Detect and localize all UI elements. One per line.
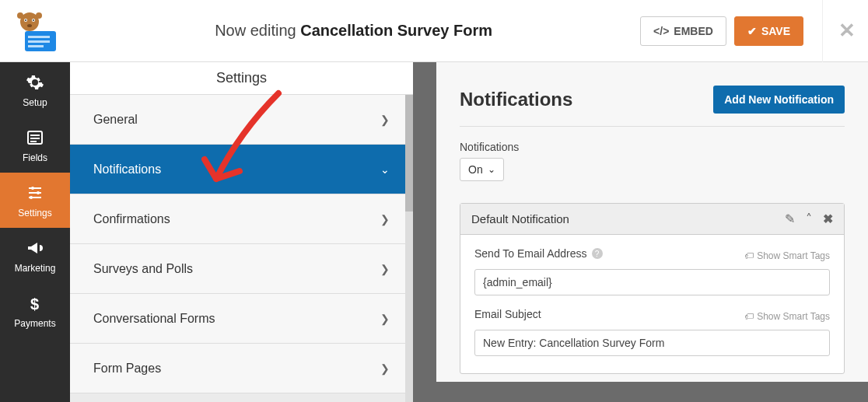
svg-point-19 bbox=[37, 191, 40, 194]
add-notification-button[interactable]: Add New Notification bbox=[713, 86, 845, 114]
svg-rect-7 bbox=[28, 36, 50, 38]
nav-settings[interactable]: Settings bbox=[0, 173, 70, 228]
notifications-toggle[interactable]: On ⌄ bbox=[460, 158, 504, 181]
scrollbar[interactable] bbox=[405, 95, 413, 402]
content-area: Notifications Add New Notification Notif… bbox=[413, 62, 868, 402]
svg-point-5 bbox=[27, 24, 32, 27]
tag-icon: 🏷 bbox=[744, 311, 754, 322]
close-icon[interactable]: ✕ bbox=[822, 0, 856, 62]
chevron-down-icon: ⌄ bbox=[380, 163, 390, 176]
check-icon: ✔ bbox=[747, 25, 757, 37]
svg-point-17 bbox=[31, 187, 34, 190]
subject-label: Email Subject bbox=[474, 308, 541, 320]
dollar-icon: $ bbox=[26, 294, 44, 313]
chevron-right-icon: ❯ bbox=[380, 114, 390, 126]
panel-row-notifications[interactable]: Notifications ⌄ bbox=[70, 145, 413, 194]
nav-payments[interactable]: $ Payments bbox=[0, 283, 70, 338]
chevron-right-icon: ❯ bbox=[380, 362, 390, 375]
panel-title: Settings bbox=[70, 62, 413, 95]
svg-rect-8 bbox=[28, 40, 50, 43]
svg-point-21 bbox=[30, 196, 33, 199]
nav-fields[interactable]: Fields bbox=[0, 117, 70, 173]
panel-row-form-pages[interactable]: Form Pages ❯ bbox=[70, 344, 413, 393]
sliders-icon bbox=[26, 184, 44, 202]
delete-icon[interactable]: ✖ bbox=[823, 211, 833, 226]
save-button[interactable]: ✔ SAVE bbox=[734, 16, 803, 46]
subject-input[interactable] bbox=[474, 330, 830, 356]
panel-row-surveys[interactable]: Surveys and Polls ❯ bbox=[70, 244, 413, 294]
pencil-icon[interactable]: ✎ bbox=[785, 211, 795, 226]
content-heading: Notifications bbox=[460, 89, 572, 110]
nav-marketing[interactable]: Marketing bbox=[0, 228, 70, 283]
panel-row-general[interactable]: General ❯ bbox=[70, 95, 413, 145]
send-to-label: Send To Email Address ? bbox=[474, 247, 603, 260]
svg-point-11 bbox=[36, 12, 42, 19]
svg-rect-9 bbox=[28, 45, 44, 47]
svg-point-3 bbox=[25, 19, 26, 21]
help-icon[interactable]: ? bbox=[592, 248, 603, 259]
chevron-right-icon: ❯ bbox=[380, 213, 390, 225]
smart-tags-link[interactable]: 🏷 Show Smart Tags bbox=[744, 311, 830, 322]
tag-icon: 🏷 bbox=[744, 250, 754, 261]
svg-point-4 bbox=[33, 19, 34, 21]
embed-button[interactable]: </> EMBED bbox=[640, 16, 726, 46]
list-icon bbox=[26, 128, 44, 147]
panel-row-conversational[interactable]: Conversational Forms ❯ bbox=[70, 294, 413, 344]
wpforms-logo bbox=[12, 8, 67, 54]
svg-point-10 bbox=[17, 12, 23, 19]
smart-tags-link[interactable]: 🏷 Show Smart Tags bbox=[744, 250, 830, 261]
card-title: Default Notification bbox=[471, 212, 569, 225]
left-nav: Setup Fields Settings Marketing $ Paymen… bbox=[0, 62, 70, 402]
settings-panel: Settings General ❯ Notifications ⌄ Confi… bbox=[70, 62, 413, 402]
bullhorn-icon bbox=[26, 239, 44, 257]
chevron-right-icon: ❯ bbox=[380, 313, 390, 325]
chevron-down-icon: ⌄ bbox=[488, 164, 495, 175]
chevron-right-icon: ❯ bbox=[380, 263, 390, 275]
code-icon: </> bbox=[653, 25, 669, 37]
notifications-toggle-label: Notifications bbox=[460, 141, 845, 153]
panel-row-confirmations[interactable]: Confirmations ❯ bbox=[70, 194, 413, 244]
send-to-input[interactable] bbox=[474, 269, 830, 295]
notification-card: Default Notification ✎ ˄ ✖ Send To Email… bbox=[460, 203, 845, 374]
svg-text:$: $ bbox=[30, 295, 39, 313]
page-title: Now editing Cancellation Survey Form bbox=[67, 22, 640, 40]
chevron-up-icon[interactable]: ˄ bbox=[806, 211, 812, 226]
gear-icon bbox=[26, 73, 44, 92]
nav-setup[interactable]: Setup bbox=[0, 62, 70, 117]
